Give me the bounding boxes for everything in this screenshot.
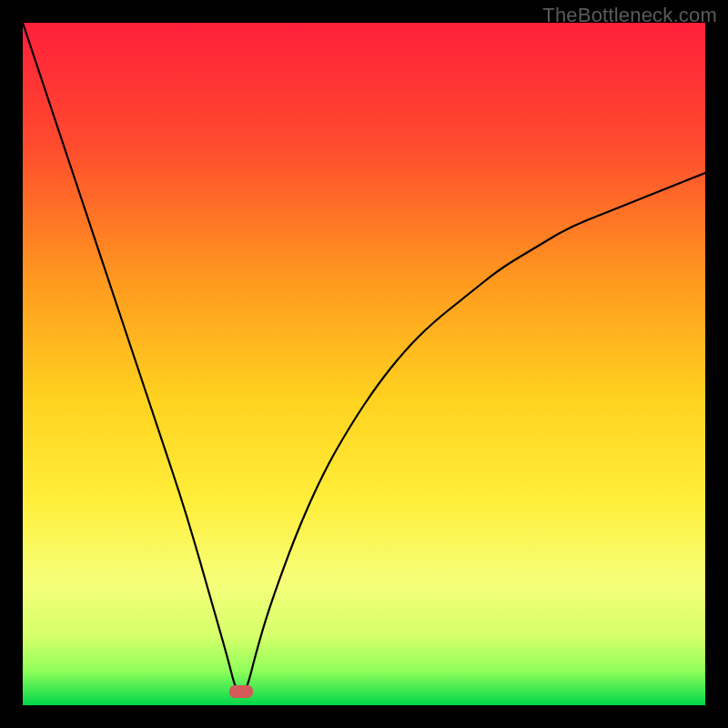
watermark-text: TheBottleneck.com [542, 4, 717, 27]
optimal-marker [229, 685, 253, 698]
gradient-background [23, 23, 705, 705]
chart-frame [23, 23, 705, 705]
bottleneck-chart [23, 23, 705, 705]
